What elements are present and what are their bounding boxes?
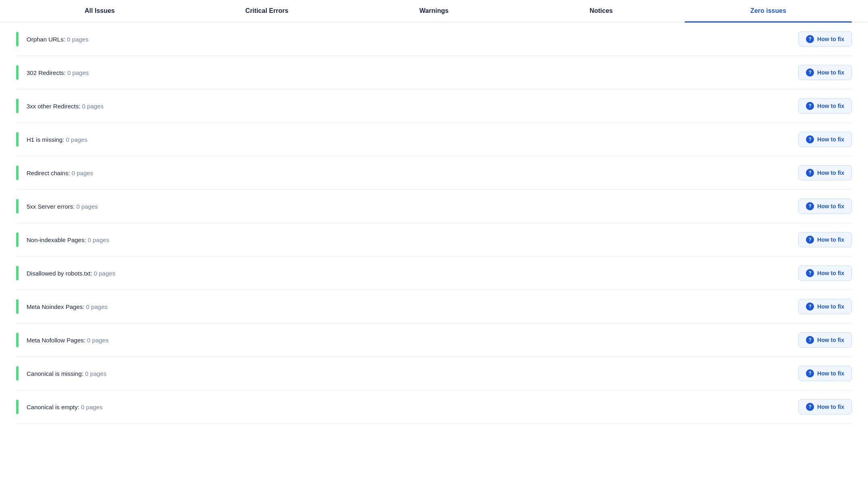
issue-row-canonical-empty: Canonical is empty: 0 pages?How to fix — [16, 390, 852, 424]
question-icon-h1-missing: ? — [806, 135, 814, 143]
issue-row-disallowed-robots: Disallowed by robots.txt: 0 pages?How to… — [16, 257, 852, 290]
tab-notices[interactable]: Notices — [517, 0, 685, 22]
issue-row-orphan-urls: Orphan URLs: 0 pages?How to fix — [16, 23, 852, 56]
issue-count-canonical-missing: 0 pages — [85, 370, 106, 377]
tab-warnings[interactable]: Warnings — [351, 0, 518, 22]
issue-row-meta-noindex: Meta Noindex Pages: 0 pages?How to fix — [16, 290, 852, 323]
how-to-fix-label-meta-nofollow: How to fix — [817, 337, 844, 343]
issue-count-redirect-chains: 0 pages — [72, 170, 93, 176]
how-to-fix-button-h1-missing[interactable]: ?How to fix — [798, 132, 852, 147]
issue-indicator-orphan-urls — [16, 32, 19, 46]
issue-count-orphan-urls: 0 pages — [67, 36, 88, 43]
issue-row-h1-missing: H1 is missing: 0 pages?How to fix — [16, 123, 852, 156]
issue-indicator-302-redirects — [16, 65, 19, 80]
issue-count-meta-noindex: 0 pages — [86, 303, 108, 310]
issue-label-meta-noindex: Meta Noindex Pages: 0 pages — [27, 303, 798, 310]
how-to-fix-label-3xx-redirects: How to fix — [817, 103, 844, 109]
issue-label-5xx-server-errors: 5xx Server errors: 0 pages — [27, 203, 798, 210]
how-to-fix-button-disallowed-robots[interactable]: ?How to fix — [798, 265, 852, 281]
question-icon-5xx-server-errors: ? — [806, 202, 814, 210]
how-to-fix-label-302-redirects: How to fix — [817, 69, 844, 76]
question-icon-meta-noindex: ? — [806, 303, 814, 311]
issue-indicator-canonical-missing — [16, 366, 19, 381]
issue-count-h1-missing: 0 pages — [66, 136, 87, 143]
issue-row-3xx-redirects: 3xx other Redirects: 0 pages?How to fix — [16, 89, 852, 123]
issue-indicator-meta-nofollow — [16, 333, 19, 347]
issue-label-h1-missing: H1 is missing: 0 pages — [27, 136, 798, 143]
issue-label-canonical-empty: Canonical is empty: 0 pages — [27, 404, 798, 410]
how-to-fix-button-orphan-urls[interactable]: ?How to fix — [798, 31, 852, 47]
issue-label-redirect-chains: Redirect chains: 0 pages — [27, 170, 798, 176]
issue-count-non-indexable-pages: 0 pages — [88, 236, 109, 243]
how-to-fix-button-meta-noindex[interactable]: ?How to fix — [798, 299, 852, 314]
issue-row-redirect-chains: Redirect chains: 0 pages?How to fix — [16, 156, 852, 190]
tabs-nav: All IssuesCritical ErrorsWarningsNotices… — [0, 0, 868, 23]
how-to-fix-button-5xx-server-errors[interactable]: ?How to fix — [798, 199, 852, 214]
issue-indicator-disallowed-robots — [16, 266, 19, 280]
issue-row-5xx-server-errors: 5xx Server errors: 0 pages?How to fix — [16, 190, 852, 223]
issue-count-5xx-server-errors: 0 pages — [76, 203, 98, 210]
issue-count-3xx-redirects: 0 pages — [82, 103, 104, 110]
how-to-fix-label-disallowed-robots: How to fix — [817, 270, 844, 276]
issue-indicator-non-indexable-pages — [16, 232, 19, 247]
how-to-fix-label-h1-missing: How to fix — [817, 136, 844, 143]
issue-indicator-meta-noindex — [16, 299, 19, 314]
how-to-fix-label-canonical-missing: How to fix — [817, 370, 844, 377]
how-to-fix-button-meta-nofollow[interactable]: ?How to fix — [798, 332, 852, 348]
issue-indicator-canonical-empty — [16, 400, 19, 414]
question-icon-canonical-missing: ? — [806, 369, 814, 377]
issue-label-non-indexable-pages: Non-indexable Pages: 0 pages — [27, 236, 798, 243]
how-to-fix-button-canonical-missing[interactable]: ?How to fix — [798, 366, 852, 381]
issue-label-orphan-urls: Orphan URLs: 0 pages — [27, 36, 798, 43]
issue-indicator-redirect-chains — [16, 166, 19, 180]
how-to-fix-button-redirect-chains[interactable]: ?How to fix — [798, 165, 852, 180]
question-icon-disallowed-robots: ? — [806, 269, 814, 277]
question-icon-3xx-redirects: ? — [806, 102, 814, 110]
issue-row-meta-nofollow: Meta Nofollow Pages: 0 pages?How to fix — [16, 323, 852, 357]
issue-row-302-redirects: 302 Redirects: 0 pages?How to fix — [16, 56, 852, 89]
issue-count-disallowed-robots: 0 pages — [94, 270, 115, 277]
tab-critical-errors[interactable]: Critical Errors — [183, 0, 351, 22]
issue-indicator-3xx-redirects — [16, 99, 19, 113]
how-to-fix-label-non-indexable-pages: How to fix — [817, 236, 844, 243]
issue-count-302-redirects: 0 pages — [67, 69, 89, 76]
issue-indicator-h1-missing — [16, 132, 19, 147]
issue-count-canonical-empty: 0 pages — [81, 404, 102, 410]
how-to-fix-label-meta-noindex: How to fix — [817, 303, 844, 310]
issue-row-non-indexable-pages: Non-indexable Pages: 0 pages?How to fix — [16, 223, 852, 257]
issue-label-3xx-redirects: 3xx other Redirects: 0 pages — [27, 103, 798, 110]
issues-list: Orphan URLs: 0 pages?How to fix302 Redir… — [0, 23, 868, 424]
tab-all-issues[interactable]: All Issues — [16, 0, 183, 22]
issue-count-meta-nofollow: 0 pages — [87, 337, 108, 344]
how-to-fix-label-canonical-empty: How to fix — [817, 404, 844, 410]
issue-label-meta-nofollow: Meta Nofollow Pages: 0 pages — [27, 337, 798, 344]
issue-label-disallowed-robots: Disallowed by robots.txt: 0 pages — [27, 270, 798, 277]
how-to-fix-button-non-indexable-pages[interactable]: ?How to fix — [798, 232, 852, 247]
question-icon-non-indexable-pages: ? — [806, 236, 814, 244]
how-to-fix-label-orphan-urls: How to fix — [817, 36, 844, 42]
question-icon-redirect-chains: ? — [806, 169, 814, 177]
question-icon-meta-nofollow: ? — [806, 336, 814, 344]
issue-indicator-5xx-server-errors — [16, 199, 19, 213]
question-icon-canonical-empty: ? — [806, 403, 814, 411]
question-icon-orphan-urls: ? — [806, 35, 814, 43]
issue-row-canonical-missing: Canonical is missing: 0 pages?How to fix — [16, 357, 852, 390]
how-to-fix-label-redirect-chains: How to fix — [817, 170, 844, 176]
how-to-fix-label-5xx-server-errors: How to fix — [817, 203, 844, 209]
how-to-fix-button-302-redirects[interactable]: ?How to fix — [798, 65, 852, 80]
tab-zero-issues[interactable]: Zero issues — [685, 0, 852, 22]
issue-label-canonical-missing: Canonical is missing: 0 pages — [27, 370, 798, 377]
how-to-fix-button-canonical-empty[interactable]: ?How to fix — [798, 399, 852, 415]
issue-label-302-redirects: 302 Redirects: 0 pages — [27, 69, 798, 76]
how-to-fix-button-3xx-redirects[interactable]: ?How to fix — [798, 98, 852, 114]
question-icon-302-redirects: ? — [806, 68, 814, 77]
